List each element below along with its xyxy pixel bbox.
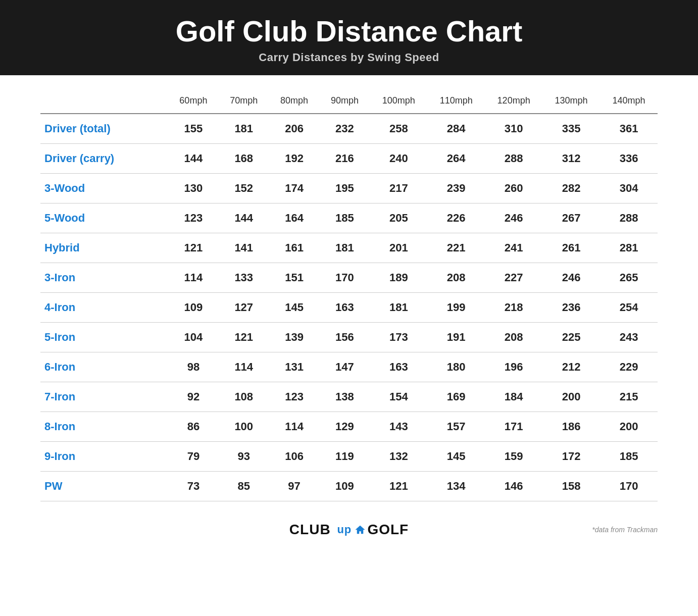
distance-cell: 201: [370, 233, 427, 263]
distance-cell: 208: [427, 263, 485, 293]
distance-cell: 163: [320, 293, 370, 323]
svg-marker-0: [356, 526, 365, 534]
club-name-cell: 9-Iron: [40, 442, 168, 472]
page-title: Golf Club Distance Chart: [20, 14, 678, 48]
distance-cell: 108: [219, 382, 269, 412]
club-name-cell: Driver (carry): [40, 144, 168, 174]
club-name-cell: 4-Iron: [40, 293, 168, 323]
distance-cell: 100: [219, 412, 269, 442]
distance-cell: 264: [427, 144, 485, 174]
distance-cell: 181: [370, 293, 427, 323]
distance-cell: 240: [370, 144, 427, 174]
footer: CLUB up GOLF *data from Trackman: [0, 511, 698, 553]
distance-cell: 192: [269, 144, 320, 174]
distance-cell: 144: [168, 144, 219, 174]
col-header-60: 60mph: [168, 90, 219, 114]
distance-cell: 218: [485, 293, 542, 323]
distance-cell: 281: [600, 233, 658, 263]
club-name-cell: 3-Iron: [40, 263, 168, 293]
distance-cell: 191: [427, 323, 485, 352]
col-header-80: 80mph: [269, 90, 320, 114]
distance-cell: 199: [427, 293, 485, 323]
distance-cell: 119: [320, 442, 370, 472]
distance-cell: 208: [485, 323, 542, 352]
club-name-cell: 7-Iron: [40, 382, 168, 412]
table-row: 3-Iron114133151170189208227246265: [40, 263, 658, 293]
table-container: 60mph 70mph 80mph 90mph 100mph 110mph 12…: [0, 75, 698, 511]
distance-cell: 134: [427, 472, 485, 501]
distance-cell: 267: [542, 203, 600, 233]
attribution-text: *data from Trackman: [592, 526, 658, 534]
distance-cell: 104: [168, 323, 219, 352]
distance-cell: 131: [269, 352, 320, 382]
distance-cell: 258: [370, 114, 427, 144]
distance-cell: 265: [600, 263, 658, 293]
club-name-cell: Hybrid: [40, 233, 168, 263]
distance-cell: 130: [168, 174, 219, 203]
distance-cell: 288: [600, 203, 658, 233]
distance-cell: 227: [485, 263, 542, 293]
table-row: PW738597109121134146158170: [40, 472, 658, 501]
distance-cell: 215: [600, 382, 658, 412]
distance-cell: 246: [485, 203, 542, 233]
table-row: 6-Iron98114131147163180196212229: [40, 352, 658, 382]
distance-cell: 226: [427, 203, 485, 233]
distance-cell: 185: [600, 442, 658, 472]
distance-cell: 123: [269, 382, 320, 412]
table-row: 8-Iron86100114129143157171186200: [40, 412, 658, 442]
distance-cell: 132: [370, 442, 427, 472]
distance-cell: 157: [427, 412, 485, 442]
distance-cell: 221: [427, 233, 485, 263]
distance-cell: 169: [427, 382, 485, 412]
table-row: 4-Iron109127145163181199218236254: [40, 293, 658, 323]
distance-cell: 246: [542, 263, 600, 293]
col-header-100: 100mph: [370, 90, 427, 114]
distance-cell: 217: [370, 174, 427, 203]
distance-cell: 145: [269, 293, 320, 323]
distance-cell: 171: [485, 412, 542, 442]
distance-cell: 288: [485, 144, 542, 174]
distance-table: 60mph 70mph 80mph 90mph 100mph 110mph 12…: [40, 90, 658, 501]
header: Golf Club Distance Chart Carry Distances…: [0, 0, 698, 75]
distance-cell: 152: [219, 174, 269, 203]
distance-cell: 161: [269, 233, 320, 263]
distance-cell: 109: [320, 472, 370, 501]
distance-cell: 173: [370, 323, 427, 352]
distance-cell: 143: [370, 412, 427, 442]
house-icon: [355, 525, 365, 534]
club-name-cell: 5-Iron: [40, 323, 168, 352]
distance-cell: 239: [427, 174, 485, 203]
distance-cell: 229: [600, 352, 658, 382]
distance-cell: 261: [542, 233, 600, 263]
table-row: 5-Iron104121139156173191208225243: [40, 323, 658, 352]
distance-cell: 164: [269, 203, 320, 233]
distance-cell: 114: [168, 263, 219, 293]
distance-cell: 254: [600, 293, 658, 323]
distance-cell: 336: [600, 144, 658, 174]
col-header-90: 90mph: [320, 90, 370, 114]
col-header-130: 130mph: [542, 90, 600, 114]
distance-cell: 335: [542, 114, 600, 144]
distance-cell: 86: [168, 412, 219, 442]
distance-cell: 139: [269, 323, 320, 352]
distance-cell: 212: [542, 352, 600, 382]
distance-cell: 121: [168, 233, 219, 263]
distance-cell: 151: [269, 263, 320, 293]
col-header-110: 110mph: [427, 90, 485, 114]
distance-cell: 92: [168, 382, 219, 412]
distance-cell: 154: [370, 382, 427, 412]
distance-cell: 127: [219, 293, 269, 323]
table-row: Driver (total)15518120623225828431033536…: [40, 114, 658, 144]
distance-cell: 98: [168, 352, 219, 382]
distance-cell: 93: [219, 442, 269, 472]
distance-cell: 284: [427, 114, 485, 144]
distance-cell: 216: [320, 144, 370, 174]
distance-cell: 186: [542, 412, 600, 442]
distance-cell: 180: [427, 352, 485, 382]
distance-cell: 310: [485, 114, 542, 144]
distance-cell: 168: [219, 144, 269, 174]
distance-cell: 282: [542, 174, 600, 203]
distance-cell: 121: [219, 323, 269, 352]
distance-cell: 109: [168, 293, 219, 323]
brand-logo: CLUB up GOLF: [289, 522, 409, 538]
